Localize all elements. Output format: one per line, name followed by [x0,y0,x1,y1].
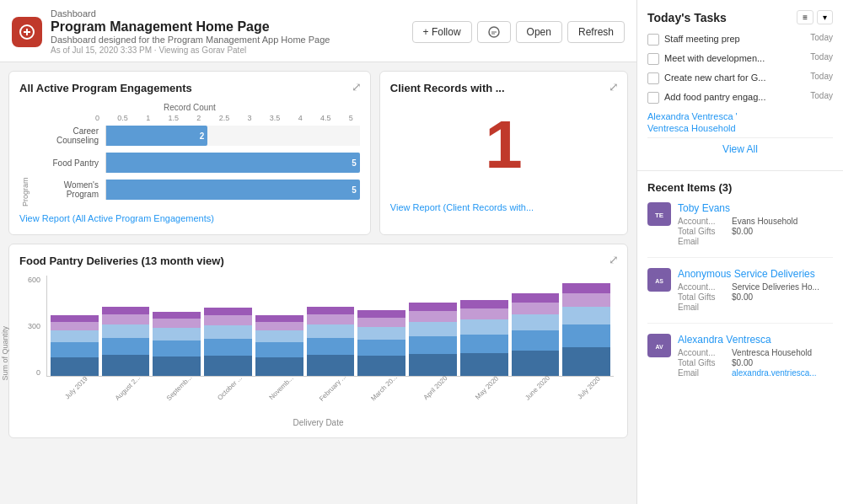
recent-icon-1: TE [647,202,671,226]
follow-button[interactable]: + Follow [412,21,472,43]
tasks-section: Today's Tasks ≡ ▾ Staff meeting prep Tod… [637,0,843,171]
task-text-2: Meet with developmen... [664,52,805,64]
bar-group-7 [357,276,405,376]
task-checkbox-3[interactable] [647,72,659,84]
breadcrumb: Dashboard [51,8,330,19]
chatter-button[interactable] [477,21,511,43]
app-icon [12,17,42,47]
recent-label-1-email: Email [678,237,728,246]
recent-label-2-email: Email [678,303,728,312]
recent-section: Recent Items (3) TE Toby Evans Account..… [637,171,843,504]
task-checkbox-1[interactable] [647,34,659,46]
task-due-4: Today [810,91,833,100]
food-x-axis-title: Delivery Date [19,418,617,427]
recent-name-1[interactable]: Toby Evans [678,202,833,214]
bar-career-counseling: Career Counseling 2 [30,126,360,146]
recent-item-3: AV Alexandra Ventresca Account... Ventre… [647,334,833,389]
recent-label-3-email: Email [678,368,728,378]
recent-items-title: Recent Items (3) [647,181,833,194]
expand-icon[interactable]: ⤢ [352,80,362,94]
recent-item-1: TE Toby Evans Account... Evans Household… [647,202,833,258]
open-button[interactable]: Open [516,21,562,43]
task-item-1: Staff meeting prep Today [647,33,833,46]
client-expand-icon[interactable]: ⤢ [609,80,619,94]
tasks-sort-button[interactable]: ▾ [817,10,833,24]
svg-text:TE: TE [655,212,664,219]
tasks-filter-button[interactable]: ≡ [797,10,813,24]
sidebar: Today's Tasks ≡ ▾ Staff meeting prep Tod… [636,0,843,504]
y-axis-label: Program [19,126,30,206]
recent-value-3-account: Ventresca Household [732,348,812,357]
engagements-card: All Active Program Engagements ⤢ Record … [8,71,371,235]
svg-text:AS: AS [655,278,663,284]
recent-value-1-gifts: $0.00 [732,227,753,236]
refresh-button[interactable]: Refresh [567,21,625,43]
tasks-title: Today's Tasks [647,11,727,24]
task-due-3: Today [810,72,833,81]
recent-icon-3: AV [647,334,671,357]
recent-label-2-account: Account... [678,282,728,292]
client-records-card: Client Records with ... ⤢ 1 View Report … [379,71,628,235]
task-checkbox-4[interactable] [647,92,659,104]
main-content: All Active Program Engagements ⤢ Record … [0,62,636,504]
client-records-view-report[interactable]: View Report (Client Records with... [390,202,534,212]
recent-value-2-account: Service Deliveries Ho... [732,282,819,292]
bar-group-9 [460,276,508,376]
task-text-4: Add food pantry engag... [664,91,805,103]
x-axis-title: Record Count [19,103,360,112]
client-records-title: Client Records with ... [390,82,617,94]
recent-value-2-gifts: $0.00 [732,292,753,302]
food-pantry-title: Food Pantry Deliveries (13 month view) [19,255,617,267]
recent-value-3-email[interactable]: alexandra.ventriesca... [732,368,817,378]
recent-label-1-account: Account... [678,217,728,226]
recent-label-2-gifts: Total Gifts [678,292,728,302]
bar-group-6 [307,276,355,376]
engagements-title: All Active Program Engagements [19,82,360,94]
page-meta: As of Jul 15, 2020 3:33 PM · Viewing as … [51,46,330,55]
task-due-1: Today [810,33,833,42]
bar-group-2 [102,276,150,376]
page-title: Program Management Home Page [51,19,330,35]
page-subtitle: Dashboard designed for the Program Manag… [51,35,330,45]
bar-womens-program: Women's Program 5 [30,180,360,200]
bar-group-10 [512,276,560,376]
engagements-view-report[interactable]: View Report (All Active Program Engageme… [19,213,214,223]
food-pantry-card: Food Pantry Deliveries (13 month view) ⤢… [8,244,628,438]
task-link-1[interactable]: Alexandra Ventresca ' [647,111,738,121]
bar-group-3 [153,276,201,376]
food-y-axis: Sum of Quantity [1,326,9,381]
bar-group-4 [204,276,252,376]
recent-label-1-gifts: Total Gifts [678,227,728,236]
bar-food-pantry: Food Pantry 5 [30,153,360,173]
recent-name-2[interactable]: Anonymous Service Deliveries [678,268,833,280]
food-expand-icon[interactable]: ⤢ [609,253,619,266]
header: Dashboard Program Management Home Page D… [0,0,636,62]
recent-value-3-gifts: $0.00 [732,358,753,367]
svg-text:AV: AV [655,344,663,350]
task-checkbox-2[interactable] [647,53,659,65]
client-records-value: 1 [390,111,617,179]
bar-group-1 [51,276,99,376]
task-text-1: Staff meeting prep [664,33,805,45]
task-text-3: Create new chart for G... [664,72,805,83]
recent-value-1-account: Evans Household [732,217,797,226]
tasks-view-all[interactable]: View All [647,137,833,160]
recent-name-3[interactable]: Alexandra Ventresca [678,334,833,346]
bar-group-11 [562,276,610,376]
task-item-3: Create new chart for G... Today [647,72,833,84]
recent-item-2: AS Anonymous Service Deliveries Account.… [647,268,833,324]
recent-icon-2: AS [647,268,671,292]
recent-label-3-account: Account... [678,348,728,357]
task-link-2[interactable]: Ventresca Household [647,123,736,133]
bar-group-5 [255,276,303,376]
task-due-2: Today [810,52,833,62]
task-item-2: Meet with developmen... Today [647,52,833,65]
recent-label-3-gifts: Total Gifts [678,358,728,367]
bar-group-8 [409,276,457,376]
task-item-4: Add food pantry engag... Today [647,91,833,104]
